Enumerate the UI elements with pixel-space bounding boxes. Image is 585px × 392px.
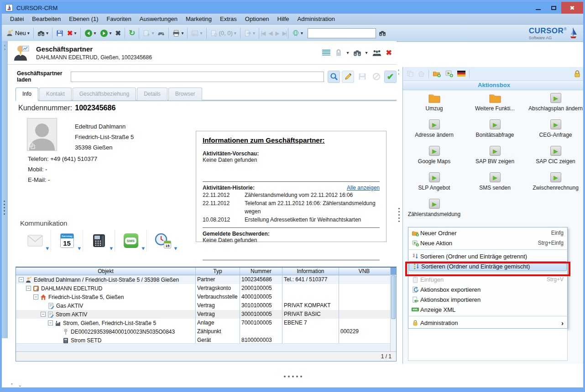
delete-dropdown-icon[interactable]: ▾: [74, 31, 77, 36]
list-menu-icon[interactable]: [322, 50, 330, 56]
tab-browser[interactable]: Browser: [168, 88, 202, 100]
action-sms-senden[interactable]: ▶ SMS senden: [465, 172, 525, 199]
left-collapse-chevrons[interactable]: ‹›: [3, 44, 7, 51]
table-row[interactable]: − DAHLMANN EDELTRUD Vertragskonto 200010…: [16, 284, 396, 293]
menu-favoriten[interactable]: Favoriten: [103, 14, 135, 24]
action-zaehlerstandsmeldung[interactable]: ▶ Zählerstandsmeldung: [404, 199, 465, 225]
bottom-left-resize-arrows[interactable]: ⌃ ⌄: [10, 383, 24, 387]
sms-button[interactable]: SMS ▾: [115, 230, 147, 252]
nav-next-icon[interactable]: ▶: [276, 30, 279, 36]
col-information[interactable]: Information: [282, 268, 339, 275]
maximize-button[interactable]: [546, 2, 561, 14]
right-collapse-chevrons[interactable]: ‹›: [398, 68, 399, 76]
tab-kontakt[interactable]: Kontakt: [39, 88, 72, 100]
quicksearch-binoculars-icon[interactable]: [379, 30, 386, 37]
menu-marketing[interactable]: Marketing: [182, 14, 215, 24]
left-splitter-bar[interactable]: ‹›: [2, 41, 8, 338]
action-google-maps[interactable]: ▶ Google Maps: [404, 146, 465, 172]
table-vertical-scrollbar[interactable]: [390, 268, 396, 351]
menu-auswertungen[interactable]: Auswertungen: [136, 14, 181, 24]
new-button[interactable]: Neu ▾: [5, 27, 31, 40]
lock-dropdown-icon[interactable]: ▾: [347, 51, 349, 55]
coords-button[interactable]: (0, 0) ▾: [209, 27, 238, 40]
new-action-icon[interactable]: [445, 70, 454, 77]
menu-extras[interactable]: Extras: [216, 14, 240, 24]
collapse-expander-icon[interactable]: −: [48, 320, 53, 325]
menu-item-anzeige-xml[interactable]: XML Anzeige XML: [408, 304, 567, 315]
termin-button[interactable]: Samstag 15 ▾: [51, 230, 83, 252]
scrollbar-thumb[interactable]: [391, 275, 396, 319]
collapse-expander-icon[interactable]: −: [19, 277, 24, 282]
close-entity-icon[interactable]: ✖: [386, 48, 392, 57]
action-umzug[interactable]: Umzug: [404, 93, 465, 119]
action-abschlagsplan[interactable]: ▶ Abschlagsplan ändern: [525, 93, 585, 119]
search-dropdown-icon[interactable]: ▾: [46, 31, 48, 36]
action-weitere-funktionen[interactable]: Weitere Funkti...: [465, 93, 525, 119]
process-button[interactable]: [156, 27, 167, 40]
menu-item-neue-aktion[interactable]: Neue Aktion Strg+Einfg: [408, 238, 567, 248]
col-objekt[interactable]: Objekt: [16, 268, 196, 275]
historie-row[interactable]: 22.11.2012Zählerstandsmeldung vom 22.11.…: [203, 191, 380, 199]
table-row[interactable]: Gas AKTIV Vertrag 3010100005 PRIVAT KOMP…: [16, 301, 396, 310]
nav-last-icon[interactable]: ▶|: [282, 30, 286, 36]
close-button[interactable]: ✖: [561, 2, 583, 14]
cancel-edit-button[interactable]: [370, 71, 382, 83]
quicksearch-dropdown-icon[interactable]: ▾: [301, 31, 303, 36]
menu-item-administration[interactable]: Administration ›: [408, 318, 567, 328]
right-splitter-dots-icon[interactable]: [398, 208, 400, 222]
action-slp-angebot[interactable]: ▶ SLP Angebot: [404, 172, 465, 199]
back-button[interactable]: ▾: [83, 27, 98, 40]
lock-icon[interactable]: [334, 49, 343, 57]
contact-photo[interactable]: [27, 118, 57, 151]
action-bonitaetsabfrage[interactable]: ▶ Bonitätsabfrage: [465, 119, 525, 146]
telefon-dropdown-icon[interactable]: ▾: [110, 245, 113, 252]
confirm-button[interactable]: ✔: [384, 71, 397, 83]
new-dropdown-icon[interactable]: ▾: [27, 31, 30, 36]
menu-item-aktionsbox-exportieren[interactable]: Aktionsbox exportieren: [408, 284, 567, 294]
wiedervorlage-dropdown-icon[interactable]: ▾: [174, 245, 177, 252]
historie-row[interactable]: 22.11.2012Telefonat am 22.11.2012 16:06:…: [203, 199, 380, 216]
table-row[interactable]: − Friedrich-List-Straße 5, Gießen Verbra…: [16, 293, 396, 301]
menu-administration[interactable]: Administration: [294, 14, 339, 24]
loader-input[interactable]: [71, 72, 324, 82]
save-record-button[interactable]: [356, 71, 368, 83]
action-adresse-aendern[interactable]: ▶ Adresse ändern: [404, 119, 465, 146]
menu-item-einfuegen[interactable]: Einfügen Strg+V: [408, 274, 567, 284]
table-row[interactable]: − Edeltrud Dahlmann / Friedrich-List-Str…: [16, 275, 396, 284]
table-horizontal-scrollbar[interactable]: [16, 343, 390, 351]
col-typ[interactable]: Typ: [196, 268, 240, 275]
historie-row[interactable]: 10.08.2012Erstellung Adressetiketten für…: [203, 216, 380, 224]
col-nummer[interactable]: Nummer: [240, 268, 282, 275]
home-icon[interactable]: [418, 70, 425, 77]
email-dropdown-icon[interactable]: ▾: [46, 245, 49, 252]
action-ceg-anfrage[interactable]: ▶ CEG-Anfrage: [525, 119, 585, 146]
people-icon[interactable]: [372, 49, 382, 57]
nav-first-icon[interactable]: |◀: [261, 30, 265, 36]
tab-details[interactable]: Details: [137, 88, 167, 100]
header-search-dropdown-icon[interactable]: ▾: [366, 51, 368, 55]
alle-anzeigen-link[interactable]: Alle anzeigen: [347, 185, 380, 191]
save-button[interactable]: [54, 27, 65, 40]
lookup-button[interactable]: [328, 71, 340, 83]
termin-dropdown-icon[interactable]: ▾: [78, 245, 81, 252]
action-zwischenrechnung[interactable]: ▶ Zwischenrechnung: [525, 172, 585, 199]
header-binoculars-icon[interactable]: [353, 49, 361, 57]
col-vnb[interactable]: VNB: [339, 268, 389, 275]
menu-item-aktionsbox-importieren[interactable]: Aktionsbox importieren: [408, 294, 567, 304]
image-button[interactable]: ▾: [189, 27, 204, 40]
forward-dropdown-icon[interactable]: ▾: [110, 31, 112, 36]
sms-dropdown-icon[interactable]: ▾: [141, 245, 145, 252]
wiedervorlage-button[interactable]: 15 ▾: [147, 230, 179, 252]
forward-button[interactable]: ▾: [98, 27, 114, 40]
refresh-button[interactable]: ↻: [127, 27, 137, 40]
menu-datei[interactable]: Datei: [6, 14, 27, 24]
edit-button[interactable]: [342, 71, 354, 83]
export-button[interactable]: ▾: [242, 27, 257, 40]
quicksearch-scope-button[interactable]: ▾: [290, 27, 305, 40]
tab-geschaeftsbeziehung[interactable]: Geschäftsbeziehung: [73, 88, 136, 100]
minimize-button[interactable]: [530, 2, 546, 14]
german-flag-icon[interactable]: [457, 71, 465, 77]
new-folder-icon[interactable]: [433, 70, 441, 77]
table-row[interactable]: DE000229353984000100023N5035O0843 Zählpu…: [16, 327, 396, 336]
telefon-button[interactable]: ▾: [83, 230, 115, 252]
